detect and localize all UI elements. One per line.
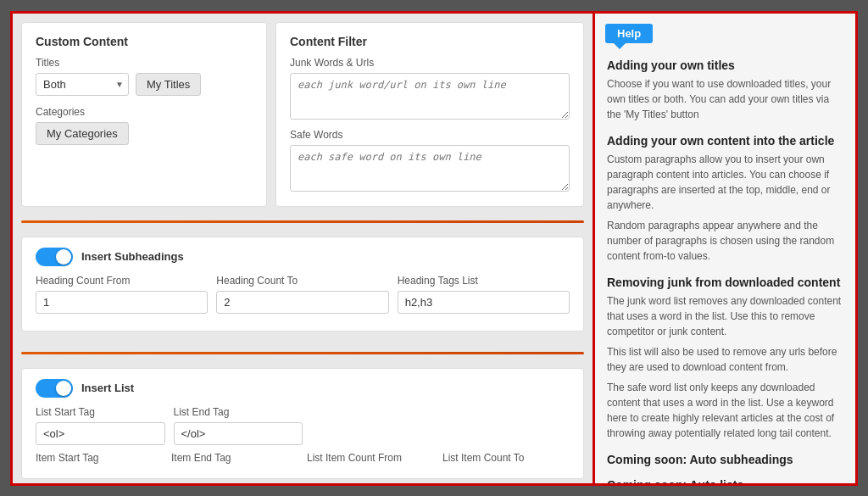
categories-row: My Categories [36, 122, 253, 145]
heading-tags-group: Heading Tags List [398, 275, 570, 314]
toggle-knob [56, 249, 71, 265]
subheadings-label: Insert Subheadings [81, 250, 184, 263]
help-text-1-1: Random paragraphs appear anywhere and th… [607, 218, 843, 264]
junk-textarea[interactable] [290, 73, 570, 120]
help-section-3: Coming soon: Auto subheadings [607, 453, 843, 466]
top-sections: Custom Content Titles Both Downloaded My… [21, 22, 584, 207]
heading-count-from-label: Heading Count From [36, 275, 208, 287]
item-tags-row: Item Start Tag Item End Tag List Item Co… [36, 452, 570, 468]
help-heading-0: Adding your own titles [607, 59, 843, 72]
help-content: Adding your own titles Choose if you wan… [595, 43, 855, 483]
help-tag: Help [605, 24, 653, 43]
heading-count-from-input[interactable] [36, 291, 208, 314]
item-end-tag-group: Item End Tag [171, 452, 298, 468]
list-item-count-to-label: List Item Count To [442, 452, 570, 464]
custom-content-section: Custom Content Titles Both Downloaded My… [21, 22, 267, 207]
titles-row: Both Downloaded My Titles ▼ My Titles [36, 73, 253, 96]
list-item-count-to-group: List Item Count To [442, 452, 570, 468]
list-tags-row: List Start Tag List End Tag [36, 406, 570, 445]
item-start-tag-label: Item Start Tag [36, 452, 163, 464]
divider-1 [21, 220, 584, 223]
help-section-2: Removing junk from downloaded content Th… [607, 276, 843, 441]
heading-tags-input[interactable] [398, 291, 570, 314]
junk-label: Junk Words & Urls [290, 57, 570, 69]
titles-select-wrapper: Both Downloaded My Titles ▼ [36, 73, 129, 96]
help-panel: Help Adding your own titles Choose if yo… [593, 14, 855, 483]
insert-list-label: Insert List [81, 382, 134, 394]
subheadings-toggle[interactable] [36, 248, 73, 266]
safe-label: Safe Words [290, 129, 570, 141]
insert-list-section: Insert List List Start Tag List End Tag [21, 368, 584, 479]
help-text-2-0: The junk word list removes any downloade… [607, 293, 843, 339]
divider-2 [21, 352, 584, 354]
help-text-2-1: This list will also be used to remove an… [607, 344, 843, 375]
sections-container: Custom Content Titles Both Downloaded My… [21, 22, 584, 479]
help-heading-3: Coming soon: Auto subheadings [607, 453, 843, 466]
item-end-tag-label: Item End Tag [171, 452, 298, 464]
safe-textarea[interactable] [290, 145, 570, 192]
my-titles-button[interactable]: My Titles [136, 73, 201, 96]
list-start-tag-group: List Start Tag [36, 406, 165, 445]
list-start-tag-label: List Start Tag [36, 406, 165, 418]
help-section-0: Adding your own titles Choose if you wan… [607, 59, 843, 122]
help-heading-1: Adding your own content into the article [607, 134, 843, 148]
subheadings-section: Insert Subheadings Heading Count From He… [21, 237, 584, 332]
insert-list-toggle[interactable] [36, 379, 73, 398]
list-end-tag-input[interactable] [174, 422, 303, 445]
help-heading-2: Removing junk from downloaded content [607, 276, 843, 289]
heading-count-to-input[interactable] [216, 291, 388, 314]
list-item-count-from-label: List Item Count From [307, 452, 434, 464]
custom-content-title: Custom Content [36, 35, 253, 48]
list-end-tag-group: List End Tag [174, 406, 303, 445]
heading-count-to-group: Heading Count To [216, 275, 388, 314]
spacer [311, 406, 570, 445]
list-start-tag-input[interactable] [36, 422, 165, 445]
subheadings-toggle-row: Insert Subheadings [36, 248, 570, 266]
content-filter-title: Content Filter [290, 35, 570, 48]
heading-tags-label: Heading Tags List [398, 275, 570, 287]
heading-count-from-group: Heading Count From [36, 275, 208, 314]
list-end-tag-label: List End Tag [174, 406, 303, 418]
subheadings-fields-row: Heading Count From Heading Count To Head… [36, 275, 570, 314]
help-text-2-2: The safe word list only keeps any downlo… [607, 380, 843, 441]
insert-list-toggle-knob [56, 381, 71, 396]
list-item-count-from-group: List Item Count From [307, 452, 434, 468]
help-text-0-0: Choose if you want to use downloaded tit… [607, 76, 843, 122]
help-text-1-0: Custom paragraphs allow you to insert yo… [607, 152, 843, 213]
help-heading-4: Coming soon: Auto lists [607, 478, 843, 483]
titles-label: Titles [36, 57, 253, 69]
heading-count-to-label: Heading Count To [216, 275, 388, 287]
help-section-1: Adding your own content into the article… [607, 134, 843, 264]
main-container: Custom Content Titles Both Downloaded My… [10, 11, 858, 486]
item-start-tag-group: Item Start Tag [36, 452, 163, 468]
insert-list-toggle-row: Insert List [36, 379, 570, 398]
titles-select[interactable]: Both Downloaded My Titles [36, 73, 129, 96]
help-section-4: Coming soon: Auto lists [607, 478, 843, 483]
categories-label: Categories [36, 106, 253, 118]
my-categories-button[interactable]: My Categories [36, 122, 129, 145]
content-filter-section: Content Filter Junk Words & Urls Safe Wo… [275, 22, 584, 207]
left-panel: Custom Content Titles Both Downloaded My… [13, 14, 593, 483]
